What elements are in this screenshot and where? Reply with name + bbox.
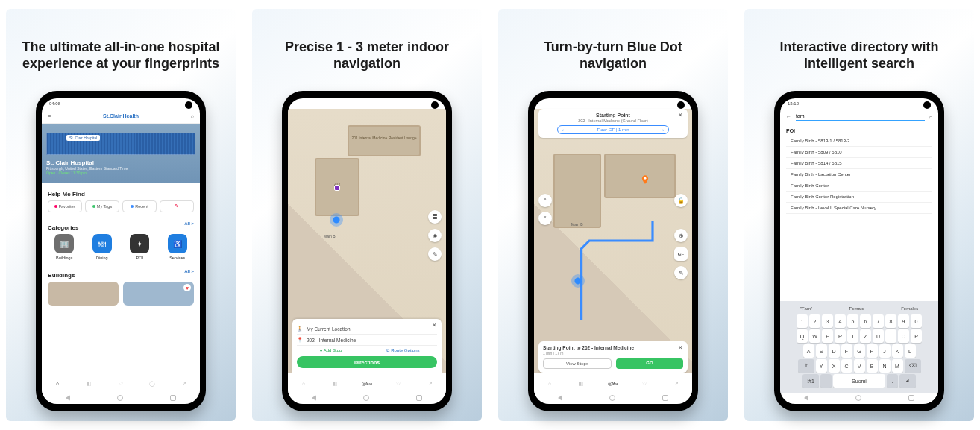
building-card[interactable] [48,282,119,306]
tab-map[interactable]: ◎Map [362,379,372,389]
key[interactable]: Y [816,359,827,373]
key[interactable]: V [854,359,865,373]
list-item[interactable]: Family Birth - Level II Special Care Nur… [786,203,932,214]
key[interactable]: D [829,344,840,358]
down-button[interactable]: ˅ [538,212,552,225]
key[interactable]: G [854,344,865,358]
chip-favorites[interactable]: Favorites [48,200,82,212]
go-button[interactable]: GO [616,358,683,369]
cat-poi[interactable]: ✦POI [123,234,157,260]
tab-home[interactable]: ⌂ [544,379,555,389]
key[interactable]: J [879,344,891,358]
key[interactable]: 1 [797,314,808,328]
compass-button[interactable]: ⊕ [674,229,688,242]
floors-button[interactable]: ≣ [428,210,442,224]
categories-all[interactable]: All > [184,221,194,226]
key-backspace[interactable]: ⌫ [905,359,921,373]
building-card[interactable]: ♥ [123,282,194,306]
key[interactable]: W [809,329,820,343]
tab-2[interactable]: ◧ [84,379,95,389]
up-button[interactable]: ˄ [538,194,552,207]
key[interactable]: P [911,329,922,343]
key[interactable]: L [905,344,916,358]
cat-dining[interactable]: 🍽Dining [86,234,119,260]
suggestion[interactable]: "Fam" [800,306,812,311]
key[interactable]: K [892,344,903,358]
key[interactable]: F [841,344,852,358]
key[interactable]: H [867,344,878,358]
key[interactable]: 7 [873,314,884,328]
search-icon[interactable]: ⌕ [929,114,932,119]
key-dot[interactable]: . [887,374,898,388]
key[interactable]: U [873,329,884,343]
tab-4[interactable]: ◯ [147,379,157,389]
route-options[interactable]: ⧉ Route Options [369,348,437,353]
key[interactable]: S [816,344,827,358]
lock-button[interactable]: 🔒 [674,194,688,207]
from-field[interactable]: My Current Location [307,326,351,332]
tab-4[interactable]: ♡ [639,379,650,389]
floor-picker[interactable]: ‹ Floor GF | 1 min › [557,125,669,134]
search-input[interactable] [796,112,925,121]
key-shift[interactable]: ⇧ [798,359,814,373]
close-icon[interactable]: ✕ [432,322,437,329]
key[interactable]: T [847,329,858,343]
key[interactable]: Q [797,329,808,343]
suggestion[interactable]: Female [849,306,864,311]
key[interactable]: 2 [809,314,820,328]
tab-5[interactable]: ↗ [179,379,189,389]
key-comma[interactable]: , [820,374,832,388]
edit-button[interactable]: ✎ [674,266,688,279]
indoor-map[interactable]: Main B [534,109,692,373]
close-icon[interactable]: ✕ [678,112,683,118]
buildings-all[interactable]: All > [184,269,194,274]
tab-map[interactable]: ◎Map [608,379,618,389]
key[interactable]: B [867,359,878,373]
tab-3[interactable]: ♡ [116,379,126,389]
chip-recent[interactable]: Recent [122,200,157,212]
to-field[interactable]: 202 - Internal Medicine [307,338,356,343]
add-stop[interactable]: ● Add Stop [297,348,365,353]
heart-icon[interactable]: ♥ [183,284,191,291]
close-icon[interactable]: ✕ [678,344,683,351]
key[interactable]: 0 [911,314,922,328]
key[interactable]: E [822,329,833,343]
directions-button[interactable]: Directions [297,356,437,368]
key[interactable]: X [829,359,840,373]
list-item[interactable]: Family Birth - Lactation Center [786,169,932,180]
list-item[interactable]: Family Birth Center Registration [786,192,932,203]
key[interactable]: C [841,359,852,373]
layers-button[interactable]: ◈ [428,229,442,242]
key[interactable]: Z [860,329,871,343]
cat-services[interactable]: ♿Services [161,234,195,260]
key[interactable]: R [835,329,846,343]
chip-tools[interactable]: ✎ [160,200,194,212]
key-sym[interactable]: !#1 [802,374,819,388]
cat-buildings[interactable]: 🏢Buildings [48,234,81,260]
tab-5[interactable]: ↗ [671,379,682,389]
key[interactable]: A [803,344,814,358]
edit-button[interactable]: ✎ [428,247,442,261]
key[interactable]: N [879,359,891,373]
key[interactable]: 6 [860,314,871,328]
tab-home[interactable]: ⌂ [52,379,63,389]
tab-5[interactable]: ↗ [425,379,436,389]
key[interactable]: I [885,329,896,343]
suggestion[interactable]: Females [901,306,918,311]
back-icon[interactable]: ← [786,114,791,119]
map-room[interactable]: 201 Internal Medicine Resident Lounge [348,125,421,156]
key[interactable]: O [898,329,909,343]
key[interactable]: 5 [847,314,858,328]
list-item[interactable]: Family Birth Center [786,180,932,192]
search-icon[interactable]: ⌕ [191,113,194,118]
list-item[interactable]: Family Birth - 5809 / 5810 [786,147,932,158]
tab-2[interactable]: ◧ [577,379,587,389]
tab-home[interactable]: ⌂ [298,379,309,389]
key[interactable]: 3 [822,314,833,328]
key-space[interactable]: Suomi [833,374,885,388]
key[interactable]: 9 [898,314,909,328]
floor-chip[interactable]: GF [674,247,688,261]
key[interactable]: M [892,359,903,373]
poi-marker-icon[interactable] [334,185,340,191]
key[interactable]: 8 [885,314,896,328]
